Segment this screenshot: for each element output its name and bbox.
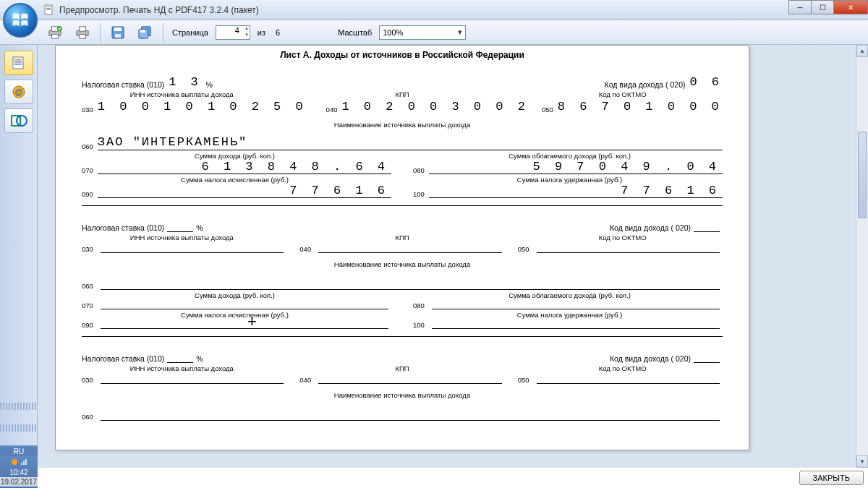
page-total: 6 xyxy=(276,28,280,37)
tax-calc-label: Сумма налога исчисленная (руб.) xyxy=(82,176,388,184)
scroll-down-icon[interactable]: ▼ xyxy=(856,455,868,468)
code-040-3: 040 xyxy=(299,376,311,384)
rate-value: 1 3 xyxy=(169,75,202,89)
code-060-3: 060 xyxy=(82,413,93,421)
signal-icon[interactable] xyxy=(20,458,27,466)
taxable-sum-label: Сумма облагаемого дохода (руб. коп.) xyxy=(417,152,723,160)
start-orb[interactable] xyxy=(3,3,38,38)
vertical-scrollbar[interactable]: ▲ ▼ xyxy=(856,45,868,468)
code-050-2: 050 xyxy=(518,245,529,253)
toolbar: Страница 4 из 6 Масштаб 100% xyxy=(0,20,868,45)
page-label: Страница xyxy=(172,28,208,37)
code-050-3: 050 xyxy=(518,376,529,384)
windows-logo-icon xyxy=(10,10,30,30)
income-block-2: Налоговая ставка (010) % Код вида дохода… xyxy=(82,215,723,337)
code-070: 070 xyxy=(82,166,93,174)
percent-label-3: % xyxy=(196,354,203,363)
preview-area: Лист А. Доходы от источников в Российско… xyxy=(38,45,868,468)
income-block-1: Налоговая ставка (010) 1 3 % Код вида до… xyxy=(82,72,723,206)
tax-held-label: Сумма налога удержанная (руб.) xyxy=(417,176,723,184)
print-button[interactable] xyxy=(71,22,94,43)
scroll-up-icon[interactable]: ▲ xyxy=(856,45,868,57)
kpp-label-3: КПП xyxy=(302,364,503,372)
panel-grip-2[interactable] xyxy=(0,424,38,432)
svg-point-24 xyxy=(17,116,27,126)
tray-lang[interactable]: RU xyxy=(0,447,38,456)
source-name-label: Наименование источника выплаты дохода xyxy=(82,121,723,129)
zoom-select[interactable]: 100% xyxy=(379,25,466,40)
code-090-2: 090 xyxy=(82,321,93,329)
svg-point-25 xyxy=(12,459,17,465)
window-close-button[interactable]: ✕ xyxy=(833,0,868,14)
code-030: 030 xyxy=(82,106,93,114)
svg-rect-2 xyxy=(46,8,51,9)
save-all-button[interactable] xyxy=(134,22,157,43)
document-icon xyxy=(11,56,27,69)
income-code-label-2: Код вида дохода ( 020) xyxy=(610,223,691,232)
side-panel: @ xyxy=(0,45,38,488)
tax-calc-label-2: Сумма налога исчисленная (руб.) xyxy=(82,311,388,319)
percent-label-2: % xyxy=(196,223,203,232)
code-050: 050 xyxy=(542,106,553,114)
shape-icon xyxy=(10,114,27,128)
code-090: 090 xyxy=(82,190,93,198)
income-code-value: 0 6 xyxy=(689,75,723,89)
titlebar: Предпросмотр. Печать НД с PDF417 3.2.4 (… xyxy=(0,0,868,20)
income-block-3: Налоговая ставка (010) % Код вида дохода… xyxy=(82,346,723,421)
source-name-label-3: Наименование источника выплаты дохода xyxy=(82,391,723,399)
floppy-icon xyxy=(111,25,125,40)
percent-label: % xyxy=(206,80,213,89)
code-040: 040 xyxy=(326,106,338,114)
kpp-value: 1 0 2 0 0 3 0 0 2 xyxy=(341,100,528,114)
taxable-sum-label-2: Сумма облагаемого дохода (руб. коп.) xyxy=(417,291,723,299)
svg-text:@: @ xyxy=(14,87,22,96)
svg-rect-12 xyxy=(114,27,122,31)
svg-rect-20 xyxy=(14,64,22,65)
at-icon: @ xyxy=(11,85,27,99)
zoom-label: Масштаб xyxy=(338,28,372,37)
sidepanel-btn-1[interactable] xyxy=(4,51,33,75)
income-code-label-3: Код вида дохода ( 020) xyxy=(610,354,691,363)
floppy-multi-icon xyxy=(137,25,153,40)
printer-icon xyxy=(75,25,90,40)
of-label: из xyxy=(258,28,265,37)
code-030-3: 030 xyxy=(82,376,93,384)
print-setup-button[interactable] xyxy=(43,22,67,43)
minimize-button[interactable]: ─ xyxy=(788,0,812,14)
svg-rect-6 xyxy=(51,34,58,38)
scrollbar-thumb[interactable] xyxy=(858,132,867,218)
taxable-value: 5 9 7 0 4 9 . 0 4 xyxy=(429,160,723,174)
sidepanel-btn-2[interactable]: @ xyxy=(4,80,33,104)
document-page: Лист А. Доходы от источников в Российско… xyxy=(55,45,749,450)
svg-rect-1 xyxy=(46,7,51,7)
svg-rect-19 xyxy=(14,61,22,63)
code-030-2: 030 xyxy=(82,245,93,253)
rate-label-3: Налоговая ставка (010) xyxy=(82,354,164,363)
maximize-button[interactable]: ☐ xyxy=(811,0,834,14)
oktmo-label-2: Код по ОКТМО xyxy=(522,234,723,241)
tray-icon-1[interactable] xyxy=(11,458,18,466)
printer-check-icon xyxy=(47,25,63,40)
tray-date: 19.02.2017 xyxy=(0,477,38,487)
rate-label: Налоговая ставка (010) xyxy=(82,80,164,89)
code-080-2: 080 xyxy=(413,301,425,309)
income-code-label: Код вида дохода ( 020) xyxy=(605,80,686,89)
code-040-2: 040 xyxy=(299,245,311,253)
sidepanel-btn-3[interactable] xyxy=(4,108,33,133)
oktmo-label-3: Код по ОКТМО xyxy=(522,364,723,372)
save-button[interactable] xyxy=(106,22,129,43)
panel-grip[interactable] xyxy=(0,403,38,410)
svg-rect-3 xyxy=(46,9,51,10)
code-060-2: 060 xyxy=(82,282,93,290)
source-name-value: ЗАО "ИНТЕРКАМЕНЬ" xyxy=(98,135,723,150)
inn-label-3: ИНН источника выплаты дохода xyxy=(82,364,282,372)
income-sum-label: Сумма дохода (руб. коп.) xyxy=(82,152,388,160)
code-100-2: 100 xyxy=(413,321,425,329)
close-button[interactable]: ЗАКРЫТЬ xyxy=(799,471,864,485)
income-sum-label-2: Сумма дохода (руб. коп.) xyxy=(82,291,388,299)
code-080: 080 xyxy=(413,166,425,174)
zoom-value: 100% xyxy=(383,28,403,37)
svg-rect-13 xyxy=(115,34,121,38)
system-tray: RU 10:42 19.02.2017 xyxy=(0,445,38,488)
page-spinner[interactable]: 4 xyxy=(216,25,250,40)
